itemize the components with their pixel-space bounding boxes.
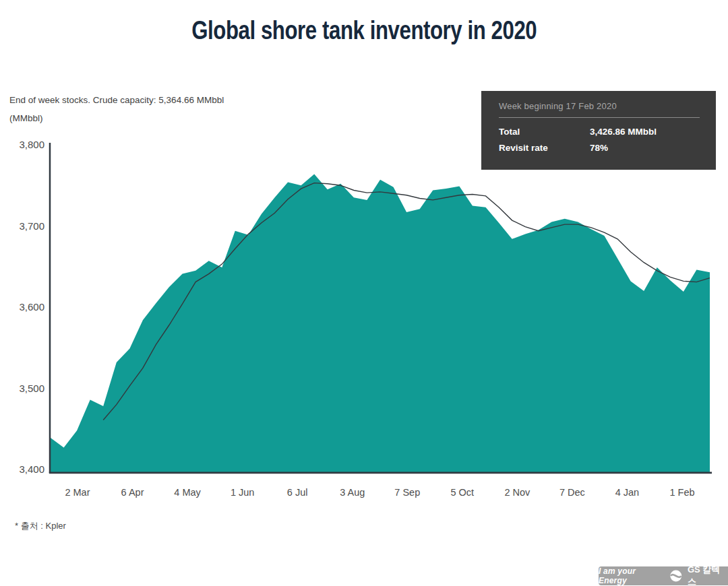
footer-brand-bar: I am your Energy GS 칼텍스 [599,566,728,585]
y-tick-label: 3,700 [19,220,44,232]
x-tick-label: 6 Apr [121,487,144,498]
x-tick-label: 2 Mar [65,487,90,498]
x-tick-label: 7 Sep [394,487,420,498]
y-tick-label: 3,600 [19,301,44,313]
x-tick-label: 4 Jan [615,487,639,498]
x-tick-label: 7 Dec [559,487,585,498]
x-tick-label: 6 Jul [287,487,308,498]
y-tick-label: 3,400 [19,463,44,475]
area-chart[interactable]: 3,8003,7003,6003,5003,4002 Mar6 Apr4 May… [0,0,728,532]
gs-circle-logo-icon [669,569,683,583]
x-tick-label: 2 Nov [504,487,530,498]
x-tick-label: 4 May [174,487,201,498]
footer-slogan: I am your Energy [599,566,665,585]
stocks-area-series [51,174,710,472]
y-tick-label: 3,500 [19,383,44,394]
x-tick-label: 5 Oct [450,487,474,498]
x-tick-label: 3 Aug [340,487,365,498]
page: Global shore tank inventory in 2020 End … [0,0,728,586]
source-note: * 출처 : Kpler [15,520,66,532]
footer-brand-name: GS 칼텍스 [688,564,728,586]
x-tick-label: 1 Jun [231,487,254,498]
x-tick-label: 1 Feb [669,487,694,498]
y-tick-label: 3,800 [19,139,44,150]
